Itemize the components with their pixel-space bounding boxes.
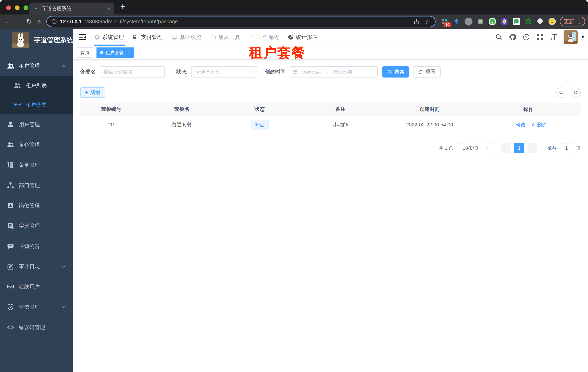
sidebar-item-dict-management[interactable]: 字典管理 <box>0 216 73 236</box>
sidebar-item-role-management[interactable]: 角色管理 <box>0 135 73 155</box>
add-label: 新增 <box>90 89 100 96</box>
url-path: :48080/admin-ui/system/tenant/package <box>85 19 178 25</box>
table-row[interactable]: 111 普通套餐 开启 小功能 2022-02-22 00:54:00 修改 <box>80 116 581 134</box>
date-range-picker[interactable]: 开始日期 - 结束日期 <box>289 66 378 77</box>
status-badge: 开启 <box>251 120 269 130</box>
chevron-down-icon <box>61 305 66 310</box>
tab-reports[interactable]: 统计报表 <box>288 33 318 41</box>
goto-page-input[interactable] <box>564 145 569 151</box>
search-button[interactable]: 搜索 <box>382 66 409 77</box>
github-icon[interactable] <box>509 33 516 41</box>
sidebar-item-notice[interactable]: 通知公告 <box>0 236 73 256</box>
sidebar: 芋道管理系统 租户管理 租户列表 <box>0 29 73 372</box>
home-icon[interactable]: ⌂ <box>34 18 45 26</box>
new-tab-button[interactable]: + <box>120 1 125 11</box>
sidebar-item-tenant-package[interactable]: 租户套餐 <box>0 95 73 115</box>
blue-gem-extension-icon[interactable] <box>452 18 461 26</box>
help-icon[interactable]: ? <box>523 33 530 41</box>
tag-tenant-package[interactable]: 租户套餐 × <box>96 47 134 58</box>
sidebar-item-audit-log[interactable]: 审计日志 <box>0 256 73 277</box>
org-chart-icon <box>7 181 15 190</box>
sidebar-item-user-management[interactable]: 用户管理 <box>0 115 73 135</box>
update-label: 更新 <box>564 18 574 25</box>
shield-extension-icon[interactable] <box>500 18 508 26</box>
tab-payment-management[interactable]: ¥ 支付管理 <box>133 33 163 41</box>
back-icon[interactable]: ← <box>3 18 13 26</box>
current-page-button[interactable]: 1 <box>514 143 524 153</box>
delete-link[interactable]: 删除 <box>531 122 547 128</box>
bookmark-star-icon[interactable]: ☆ <box>425 18 431 25</box>
toolbox-icon <box>249 34 255 40</box>
tab-dev-tools[interactable]: 研发工具 <box>210 33 240 41</box>
goto-page-field[interactable] <box>560 143 573 153</box>
tab-infrastructure[interactable]: 基础设施 <box>171 33 201 41</box>
gear-icon <box>94 34 100 40</box>
search-icon[interactable] <box>495 33 502 41</box>
add-button[interactable]: + 新增 <box>80 87 105 98</box>
fullscreen-icon[interactable] <box>536 33 544 41</box>
tag-close-icon[interactable]: × <box>128 50 130 55</box>
sidebar-item-sms-management[interactable]: 短信管理 <box>0 297 73 317</box>
site-info-icon[interactable] <box>51 19 57 24</box>
people-icon <box>13 82 22 90</box>
name-filter-field[interactable] <box>100 66 165 77</box>
sidebar-item-tenant-management[interactable]: 租户管理 <box>0 56 73 76</box>
edit-link[interactable]: 修改 <box>510 122 526 128</box>
zoom-window-button[interactable] <box>23 5 28 10</box>
col-header-created: 创建时间 <box>383 106 476 113</box>
menu-kebab-icon[interactable]: ⋮ <box>577 19 582 25</box>
window-controls <box>6 5 28 10</box>
minimize-window-button[interactable] <box>15 5 20 10</box>
y-extension-icon[interactable]: y <box>488 18 496 26</box>
grid-diamond-extension-icon[interactable]: 10 <box>441 18 449 26</box>
logo-rabbit-image <box>12 32 29 48</box>
tab-title: 芋道管理系统 <box>42 5 71 12</box>
command-extension-icon[interactable]: ⌘ <box>464 18 472 26</box>
address-bar[interactable]: 127.0.0.1 :48080/admin-ui/system/tenant/… <box>46 16 436 27</box>
reset-label: 重置 <box>425 68 436 75</box>
pagination: 共 1 条 10条/页 ‹ 1 › 前往 页 <box>80 143 581 153</box>
tab-system-management[interactable]: 系统管理 <box>94 33 124 41</box>
sidebar-item-menu-management[interactable]: 菜单管理 <box>0 155 73 175</box>
browser-tab[interactable]: 芋道管理系统 × <box>29 2 115 14</box>
puzzle-extension-icon[interactable] <box>536 18 544 26</box>
reload-icon[interactable]: ↻ <box>24 18 34 26</box>
forward-icon[interactable]: → <box>13 18 24 26</box>
tab-workflow[interactable]: 工作流程 <box>249 33 279 41</box>
page-size-select[interactable]: 10条/页 <box>458 143 493 153</box>
refresh-table-button[interactable] <box>571 87 581 98</box>
record-extension-icon[interactable] <box>476 18 484 26</box>
browser-update-button[interactable]: 更新 ⋮ <box>560 17 585 26</box>
sidebar-item-error-code[interactable]: 错误码管理 <box>0 317 73 338</box>
green-star-extension-icon[interactable] <box>524 18 532 26</box>
sidebar-item-dept-management[interactable]: 部门管理 <box>0 175 73 196</box>
avatar-caret-icon[interactable]: ▾ <box>582 34 584 40</box>
reset-button[interactable]: 重置 <box>413 66 441 77</box>
next-page-button[interactable]: › <box>527 143 537 153</box>
chat-extension-icon[interactable] <box>512 18 520 26</box>
tab-label: 系统管理 <box>102 33 124 41</box>
tab-close-icon[interactable]: × <box>107 5 110 11</box>
filter-form: 套餐名 状态 请选择状态 创建时间 开始日期 - 结束日期 <box>80 66 581 77</box>
close-window-button[interactable] <box>6 5 11 10</box>
sidebar-item-post-management[interactable]: 岗位管理 <box>0 196 73 216</box>
font-small-glyph: т <box>550 36 553 41</box>
share-icon[interactable] <box>413 19 420 25</box>
cell-id: 111 <box>80 122 142 128</box>
smiley-extension-icon[interactable] <box>548 18 556 26</box>
font-size-icon[interactable]: тT <box>550 33 557 41</box>
logo-row: 芋道管理系统 <box>0 29 73 48</box>
name-input[interactable] <box>104 69 161 75</box>
date-end-placeholder: 结束日期 <box>333 69 352 75</box>
status-select[interactable]: 请选择状态 <box>191 66 258 77</box>
sidebar-item-tenant-list[interactable]: 租户列表 <box>0 76 73 95</box>
cell-name: 普通套餐 <box>142 121 221 128</box>
prev-page-button[interactable]: ‹ <box>501 143 511 153</box>
avatar[interactable] <box>564 30 578 44</box>
tag-label: 租户套餐 <box>105 50 124 56</box>
toggle-search-button[interactable] <box>556 87 566 98</box>
tag-home[interactable]: 首页 <box>77 47 93 58</box>
sidebar-item-online-users[interactable]: 在线用户 <box>0 277 73 297</box>
sidebar-collapse-icon[interactable] <box>78 33 86 41</box>
sidebar-item-label: 菜单管理 <box>19 161 40 169</box>
